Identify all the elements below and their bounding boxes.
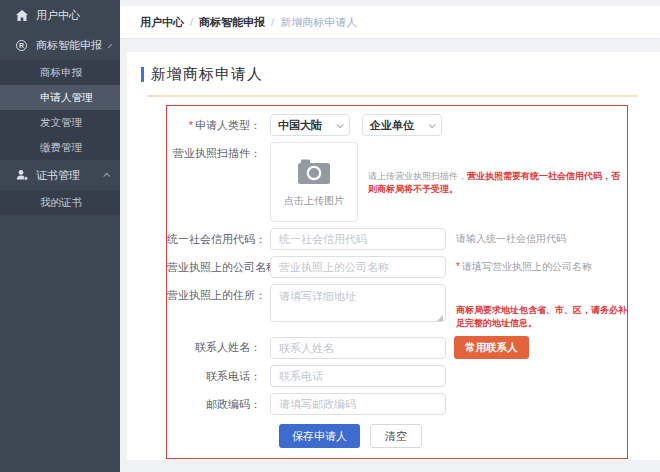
breadcrumb-separator: / [190, 16, 193, 28]
sidebar-item-label: 证书管理 [36, 168, 97, 183]
sidebar-item-label: 用户中心 [36, 8, 110, 23]
sidebar-item-label: 商标智能申报 [36, 38, 102, 53]
save-applicant-button[interactable]: 保存申请人 [279, 424, 360, 448]
breadcrumb-item-trademark-filing[interactable]: 商标智能申报 [199, 15, 265, 30]
breadcrumb: 用户中心 / 商标智能申报 / 新增商标申请人 [120, 6, 660, 39]
sidebar: 用户中心 R 商标智能申报 商标申报 申请人管理 发文管理 缴费管理 证书管理 … [0, 0, 120, 472]
address-textarea-wrap [270, 284, 446, 326]
sidebar-item-certificate-management[interactable]: 证书管理 [0, 160, 120, 190]
company-name-input[interactable] [270, 256, 446, 278]
company-name-label: 营业执照上的公司名称： [167, 260, 270, 275]
entity-type-select[interactable]: 企业单位 [362, 114, 442, 136]
company-name-hint: *请填写营业执照上的公司名称 [456, 260, 592, 274]
contact-phone-label: 联系电话： [167, 369, 270, 384]
form-row-applicant-type: *申请人类型： 中国大陆 企业单位 [167, 114, 627, 136]
sidebar-item-user-center[interactable]: 用户中心 [0, 0, 120, 30]
license-scan-hint: 请上传营业执照扫描件，营业执照需要有统一社会信用代码，否则商标局将不予受理。 [368, 142, 627, 196]
required-marker: * [189, 119, 193, 131]
camera-icon [297, 157, 331, 185]
contact-phone-input[interactable] [270, 365, 446, 387]
sidebar-item-trademark-apply[interactable]: 商标申报 [0, 60, 120, 85]
chevron-up-icon [103, 172, 110, 179]
form-row-license-scan: 营业执照扫描件： 点击上传图片 请上传营业执照扫描件，营业执照需要有统一社会信用… [167, 142, 627, 222]
license-hint-gray: 请上传营业执照扫描件， [368, 171, 467, 181]
upload-text: 点击上传图片 [284, 194, 344, 208]
sidebar-item-trademark-filing[interactable]: R 商标智能申报 [0, 30, 120, 60]
home-icon [15, 10, 28, 21]
notice-banner: i 图片上传请上传 jpg 或者jpeg 格式、支持智能识别：请上传清晰的图片，… [147, 95, 638, 97]
clear-button[interactable]: 清空 [370, 424, 422, 448]
form-row-contact-name: 联系人姓名： 常用联系人 [167, 336, 627, 359]
breadcrumb-item-current: 新增商标申请人 [280, 15, 357, 30]
user-icon [15, 169, 28, 181]
main-area: 用户中心 / 商标智能申报 / 新增商标申请人 新增商标申请人 i 图片上传请上… [120, 0, 660, 472]
license-scan-label: 营业执照扫描件： [167, 142, 270, 161]
entity-type-select-value: 企业单位 [370, 118, 414, 133]
form-actions: 保存申请人 清空 [279, 424, 627, 448]
title-accent-bar [141, 67, 144, 82]
sidebar-item-document-management[interactable]: 发文管理 [0, 110, 120, 135]
credit-code-input[interactable] [270, 228, 446, 250]
sidebar-submenu-trademark: 商标申报 申请人管理 发文管理 缴费管理 [0, 60, 120, 160]
region-select[interactable]: 中国大陆 [270, 114, 350, 136]
upload-image-button[interactable]: 点击上传图片 [270, 142, 358, 222]
form-row-company-name: 营业执照上的公司名称： *请填写营业执照上的公司名称 [167, 256, 627, 278]
chevron-down-icon [429, 121, 436, 128]
chevron-up-icon [108, 44, 112, 48]
info-icon: i [157, 95, 168, 97]
frequent-contacts-button[interactable]: 常用联系人 [454, 336, 529, 359]
form-row-address: 营业执照上的住所： 商标局要求地址包含省、市、区，请务必补足完整的地址信息。 [167, 284, 627, 330]
sidebar-item-applicant-management[interactable]: 申请人管理 [0, 85, 120, 110]
page-title: 新增商标申请人 [141, 65, 644, 84]
contact-name-input[interactable] [270, 337, 446, 359]
form-row-credit-code: 统一社会信用代码： 请输入统一社会信用代码 [167, 228, 627, 250]
breadcrumb-separator: / [271, 16, 274, 28]
form-row-contact-phone: 联系电话： [167, 365, 627, 387]
content-card: 新增商标申请人 i 图片上传请上传 jpg 或者jpeg 格式、支持智能识别：请… [127, 52, 660, 460]
sidebar-item-my-certificates[interactable]: 我的证书 [0, 190, 120, 215]
credit-code-label: 统一社会信用代码： [167, 232, 270, 247]
credit-code-hint: 请输入统一社会信用代码 [456, 232, 566, 246]
address-textarea[interactable] [270, 284, 446, 322]
form-row-postal-code: 邮政编码： [167, 393, 627, 415]
required-marker: * [456, 261, 460, 272]
sidebar-submenu-certificate: 我的证书 [0, 190, 120, 215]
postal-code-input[interactable] [270, 393, 446, 415]
notice-text: 图片上传请上传 jpg 或者jpeg 格式、支持智能识别：请上传清晰的图片，系统… [174, 95, 638, 97]
contact-name-label: 联系人姓名： [167, 340, 270, 355]
page-title-text: 新增商标申请人 [151, 65, 263, 84]
region-select-value: 中国大陆 [278, 118, 322, 133]
chevron-down-icon [337, 121, 344, 128]
breadcrumb-item-user-center[interactable]: 用户中心 [140, 15, 184, 30]
applicant-form: *申请人类型： 中国大陆 企业单位 营业执照扫描件： [166, 105, 628, 459]
applicant-type-label: *申请人类型： [167, 118, 270, 133]
postal-code-label: 邮政编码： [167, 397, 270, 412]
registered-icon: R [15, 40, 28, 51]
content-area: 新增商标申请人 i 图片上传请上传 jpg 或者jpeg 格式、支持智能识别：请… [120, 39, 660, 472]
address-hint: 商标局要求地址包含省、市、区，请务必补足完整的地址信息。 [456, 284, 627, 330]
sidebar-item-payment-management[interactable]: 缴费管理 [0, 135, 120, 160]
address-label: 营业执照上的住所： [167, 284, 270, 303]
